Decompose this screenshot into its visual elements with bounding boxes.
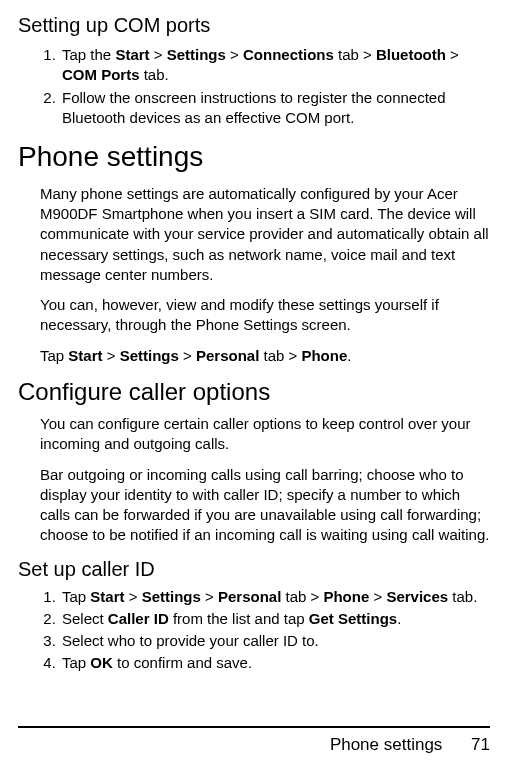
footer-rule <box>18 726 490 728</box>
phone-settings-para2: You can, however, view and modify these … <box>40 295 490 336</box>
heading-phone-settings: Phone settings <box>18 138 490 176</box>
com-step-2: Follow the onscreen instructions to regi… <box>60 88 490 129</box>
phone-settings-para1: Many phone settings are automatically co… <box>40 184 490 285</box>
phone-settings-tap-line: Tap Start > Settings > Personal tab > Ph… <box>40 346 490 366</box>
configure-caller-para1: You can configure certain caller options… <box>40 414 490 455</box>
heading-com-ports: Setting up COM ports <box>18 12 490 39</box>
com-ports-steps: Tap the Start > Settings > Connections t… <box>18 45 490 128</box>
caller-id-step-1: Tap Start > Settings > Personal tab > Ph… <box>60 587 490 607</box>
caller-id-step-4: Tap OK to confirm and save. <box>60 653 490 673</box>
com-step-1: Tap the Start > Settings > Connections t… <box>60 45 490 86</box>
heading-caller-id: Set up caller ID <box>18 556 490 583</box>
caller-id-step-2: Select Caller ID from the list and tap G… <box>60 609 490 629</box>
caller-id-step-3: Select who to provide your caller ID to. <box>60 631 490 651</box>
page-number: 71 <box>471 734 490 757</box>
page-body: Setting up COM ports Tap the Start > Set… <box>0 0 508 674</box>
footer-line: Phone settings 71 <box>18 734 490 757</box>
configure-caller-para2: Bar outgoing or incoming calls using cal… <box>40 465 490 546</box>
footer-section-label: Phone settings <box>330 735 442 754</box>
heading-configure-caller: Configure caller options <box>18 376 490 408</box>
caller-id-steps: Tap Start > Settings > Personal tab > Ph… <box>18 587 490 674</box>
page-footer: Phone settings 71 <box>18 726 490 757</box>
phone-settings-body: Many phone settings are automatically co… <box>40 184 490 366</box>
configure-caller-body: You can configure certain caller options… <box>40 414 490 546</box>
